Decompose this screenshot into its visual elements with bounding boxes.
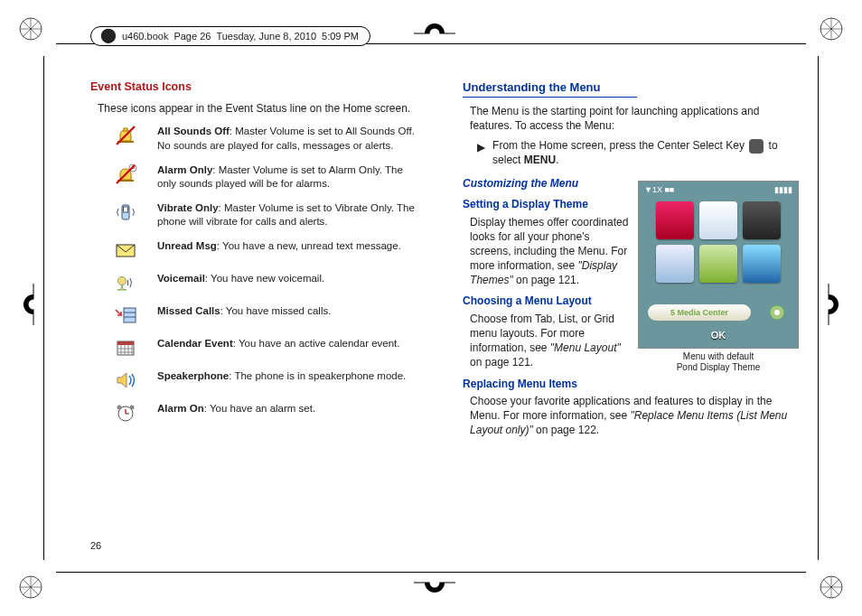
status-desc: Unread Msg: You have a new, unread text …: [157, 239, 423, 261]
crop-mark-tl: [18, 16, 43, 42]
crop-mark-left: [14, 284, 44, 325]
svg-point-58: [774, 310, 780, 315]
status-row-unread-msg: Unread Msg: You have a new, unread text …: [107, 239, 423, 261]
phone-caption: Menu with defaultPond Display Theme: [638, 351, 799, 373]
svg-rect-28: [124, 128, 127, 131]
svg-point-27: [430, 578, 440, 588]
status-desc: Speakerphone: The phone is in speakerpho…: [157, 369, 423, 391]
crop-mark-br: [819, 574, 844, 600]
status-row-calendar-event: Calendar Event: You have an active calen…: [107, 337, 423, 359]
phone-tile: [743, 201, 781, 239]
phone-tile: [743, 245, 781, 283]
status-desc: Calendar Event: You have an active calen…: [157, 337, 423, 359]
crop-mark-tr: [819, 16, 844, 42]
phone-tile: [699, 201, 737, 239]
right-column: Understanding the Menu The Menu is the s…: [463, 79, 799, 562]
crop-mark-right: [818, 284, 848, 325]
status-desc: Alarm Only: Master Volume is set to Alar…: [157, 163, 423, 191]
speaker-icon: [107, 369, 145, 391]
status-row-alarm-only: Alarm Only: Master Volume is set to Alar…: [107, 163, 423, 191]
bell-mute-icon: [107, 125, 145, 152]
crop-rule-bottom: [56, 572, 806, 573]
menu-intro: The Menu is the starting point for launc…: [470, 105, 799, 134]
missed-call-icon: [107, 304, 145, 326]
phone-pill: 5 Media Center: [648, 304, 751, 321]
svg-point-25: [430, 29, 440, 39]
header-date: Tuesday, June 8, 2010: [216, 27, 316, 45]
phone-screen: ▼1X ■■ ▮▮▮▮ 5 Media Center OK: [638, 181, 799, 349]
heading-replace-items: Replacing Menu Items: [463, 378, 799, 392]
status-desc: Vibrate Only: Master Volume is set to Vi…: [157, 201, 423, 229]
status-row-voicemail: Voicemail: You have new voicemail.: [107, 272, 423, 294]
svg-point-23: [824, 300, 834, 310]
menu-step: ▶ From the Home screen, press the Center…: [477, 139, 799, 168]
status-desc: Alarm On: You have an alarm set.: [157, 402, 423, 424]
header-time: 5:09 PM: [322, 27, 359, 45]
event-status-intro: These icons appear in the Event Status l…: [98, 102, 423, 117]
heading-understanding-menu: Understanding the Menu: [463, 79, 636, 98]
heading-event-status: Event Status Icons: [90, 79, 423, 95]
left-column: Event Status Icons These icons appear in…: [90, 79, 426, 562]
crop-mark-top: [414, 14, 455, 44]
page-header-bubble: ⬤ u460.book Page 26 Tuesday, June 8, 201…: [90, 26, 370, 46]
phone-tile: [656, 245, 694, 283]
svg-rect-45: [117, 341, 134, 345]
status-row-vibrate-only: Vibrate Only: Master Volume is set to Vi…: [107, 201, 423, 229]
svg-point-56: [130, 406, 135, 410]
status-row-all-sounds-off: All Sounds Off: Master Volume is set to …: [107, 125, 423, 152]
alarm-on-icon: [107, 402, 145, 424]
phone-status-right: ▮▮▮▮: [774, 185, 792, 198]
crop-rule-left: [43, 56, 44, 560]
vibrate-icon: [107, 201, 145, 229]
page-number: 26: [90, 540, 101, 551]
step-arrow-icon: ▶: [477, 142, 485, 153]
svg-rect-37: [124, 207, 128, 212]
gear-icon: [767, 303, 787, 322]
status-row-missed-calls: Missed Calls: You have missed calls.: [107, 304, 423, 326]
alarm-only-icon: [107, 163, 145, 191]
crop-rule-right: [818, 56, 819, 560]
status-desc: Missed Calls: You have missed calls.: [157, 304, 423, 326]
crop-mark-bl: [18, 574, 43, 600]
header-doc: u460.book: [122, 27, 168, 45]
svg-point-55: [117, 406, 122, 410]
svg-point-21: [29, 300, 39, 310]
menu-step-text: From the Home screen, press the Center S…: [492, 139, 799, 168]
calendar-icon: [107, 337, 145, 359]
svg-point-39: [118, 277, 126, 285]
voicemail-icon: [107, 272, 145, 294]
status-desc: All Sounds Off: Master Volume is set to …: [157, 125, 423, 152]
phone-tile: [699, 245, 737, 283]
header-page: Page 26: [173, 27, 211, 45]
status-row-alarm-on: Alarm On: You have an alarm set.: [107, 402, 423, 424]
envelope-icon: [107, 239, 145, 261]
crop-mark-bottom: [414, 572, 455, 602]
phone-tile: [656, 201, 694, 239]
svg-rect-41: [124, 308, 136, 322]
phone-ok-label: OK: [639, 329, 798, 342]
phone-status-left: ▼1X ■■: [644, 185, 674, 198]
status-desc: Voicemail: You have new voicemail.: [157, 272, 423, 294]
phone-figure: ▼1X ■■ ▮▮▮▮ 5 Media Center OK: [638, 181, 799, 373]
replace-paragraph: Choose your favorite applications and fe…: [470, 395, 799, 437]
center-select-key-icon: [749, 139, 764, 154]
status-row-speakerphone: Speakerphone: The phone is in speakerpho…: [107, 369, 423, 391]
